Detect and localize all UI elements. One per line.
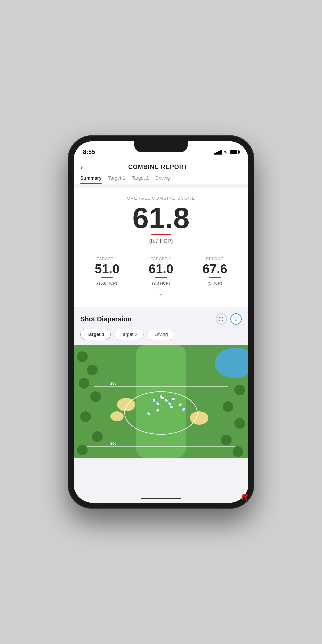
expand-button[interactable]: [216, 313, 227, 325]
page-title: COMBINE REPORT: [87, 164, 230, 171]
header: ‹ COMBINE REPORT: [74, 158, 248, 171]
tab-summary[interactable]: Summary: [80, 171, 102, 184]
shot-dot-8: [170, 405, 173, 409]
shot-dot-3: [156, 402, 159, 405]
signal-bar-1: [214, 153, 216, 155]
tree-6: [92, 431, 103, 442]
water-hazard: [215, 348, 248, 378]
tree-12: [233, 446, 243, 457]
wifi-icon: ∿: [224, 149, 228, 155]
tree-9: [223, 401, 233, 412]
overall-hcp: (8.7 HCP): [80, 238, 242, 244]
shot-dot-12: [182, 408, 185, 411]
signal-bar-4: [220, 150, 222, 155]
info-icon: i: [235, 316, 237, 322]
signal-bar-3: [218, 151, 220, 155]
sub-hcp-target1: (15.8 HCP): [82, 281, 133, 286]
sub-label-driving: DRIVING: [189, 257, 240, 261]
status-time: 8:55: [83, 149, 95, 156]
shot-dot-1: [152, 399, 156, 402]
back-button[interactable]: ‹: [80, 163, 87, 171]
bottom-spacer: [74, 458, 248, 471]
tab-driving[interactable]: Driving: [155, 171, 170, 184]
expand-icon: [219, 316, 224, 322]
dispersion-tab-target1[interactable]: Target 1: [80, 329, 111, 340]
home-indicator: [141, 498, 181, 499]
tree-1: [77, 351, 88, 362]
screen-content[interactable]: ‹ COMBINE REPORT Summary Target 1 Target…: [74, 158, 248, 503]
shot-dot-5: [161, 396, 164, 400]
sub-label-target1: TARGET 1: [82, 257, 133, 261]
yardage-250: 250: [110, 381, 116, 385]
overall-score-label: OVERALL COMBINE SCORE: [80, 196, 242, 201]
shot-dot-11: [156, 409, 159, 412]
tab-bar: Summary Target 1 Target 2 Driving: [74, 171, 248, 184]
sub-underline-target1: [101, 277, 113, 278]
shot-dot-9: [179, 403, 182, 406]
score-divider: [80, 251, 242, 251]
signal-bar-2: [216, 152, 218, 155]
phone-body: 8:55 ∿ ‹: [68, 135, 254, 509]
yardage-200-line: [87, 446, 235, 447]
signal-bars-icon: [214, 150, 222, 155]
shot-dot-10: [147, 412, 150, 415]
shot-dot-4: [165, 399, 168, 402]
sub-score-target2: TARGET 2 61.0 (9.3 HCP): [134, 257, 188, 286]
battery-icon: [230, 150, 239, 154]
phone-screen: 8:55 ∿ ‹: [74, 141, 248, 503]
overall-score-card: OVERALL COMBINE SCORE 61.8 (8.7 HCP) TAR…: [74, 188, 248, 307]
battery-fill: [230, 150, 237, 154]
sub-value-target1: 51.0: [82, 263, 133, 275]
tab-target1[interactable]: Target 1: [108, 171, 125, 184]
overall-score-value: 61.8: [80, 203, 242, 233]
sub-underline-driving: [209, 277, 221, 278]
dispersion-tab-driving[interactable]: Driving: [147, 329, 174, 340]
section-header: Shot Dispersion i: [74, 307, 248, 329]
tab-target2[interactable]: Target 2: [132, 171, 149, 184]
bunker-left-2: [110, 411, 124, 421]
yardage-200: 200: [110, 441, 116, 445]
phone-wrapper: 8:55 ∿ ‹: [68, 135, 254, 509]
sub-score-target1: TARGET 1 51.0 (15.8 HCP): [80, 257, 134, 286]
notch: [134, 141, 188, 152]
sub-score-driving: DRIVING 67.6 (5 HCP): [188, 257, 242, 286]
sub-value-target2: 61.0: [136, 263, 187, 275]
info-button[interactable]: i: [230, 313, 242, 325]
tree-10: [234, 418, 245, 429]
section-action-icons: i: [216, 313, 242, 325]
tree-3: [79, 378, 89, 389]
tree-2: [87, 365, 98, 375]
sub-underline-target2: [155, 277, 167, 278]
collapse-button[interactable]: ^: [80, 288, 242, 301]
tree-5: [80, 411, 91, 422]
tree-8: [234, 385, 245, 395]
shot-dispersion-title: Shot Dispersion: [80, 315, 131, 323]
shot-dot-6: [168, 402, 171, 405]
course-map: 250 200: [74, 345, 248, 458]
tree-7: [77, 445, 88, 455]
dispersion-tab-bar: Target 1 Target 2 Driving: [74, 329, 248, 345]
dispersion-tab-target2[interactable]: Target 2: [114, 329, 144, 340]
sub-label-target2: TARGET 2: [136, 257, 187, 261]
sub-hcp-driving: (5 HCP): [189, 281, 240, 286]
shot-dot-7: [172, 397, 175, 401]
tree-11: [221, 435, 232, 445]
app-logo-watermark: R: [241, 492, 248, 502]
sub-scores: TARGET 1 51.0 (15.8 HCP) TARGET 2 61.0 (…: [80, 257, 242, 286]
sub-hcp-target2: (9.3 HCP): [136, 281, 187, 286]
yardage-250-line: [94, 386, 228, 387]
status-icons: ∿: [214, 149, 239, 155]
sub-value-driving: 67.6: [189, 263, 240, 275]
tree-4: [90, 391, 101, 402]
shot-dispersion-section: Shot Dispersion i: [74, 307, 248, 458]
